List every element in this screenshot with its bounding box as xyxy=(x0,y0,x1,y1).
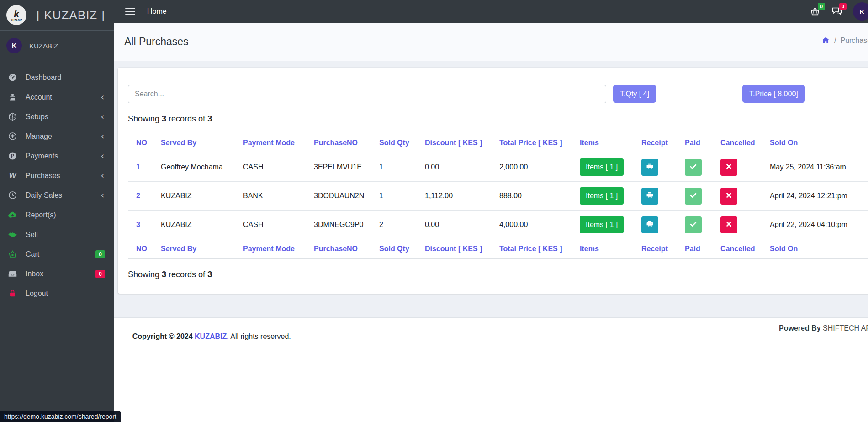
row-number: 2 xyxy=(136,192,140,200)
payment-mode-value: CASH xyxy=(243,221,263,228)
column-header-served-by: Served By xyxy=(153,239,235,259)
sidebar-item-report-s[interactable]: Report(s) xyxy=(0,205,114,225)
copyright-text: Copyright © 2024 xyxy=(132,332,195,340)
sidebar-item-label: Cart xyxy=(26,250,95,258)
sidebar-item-label: Account xyxy=(26,93,101,101)
column-header-payment-mode: Payment Mode xyxy=(235,133,306,153)
check-icon xyxy=(689,162,698,172)
sidebar-item-daily-sales[interactable]: Daily Sales‹ xyxy=(0,185,114,205)
paid-button[interactable] xyxy=(685,159,702,176)
chevron-left-icon: ‹ xyxy=(101,112,104,121)
cancelled-button[interactable] xyxy=(720,159,737,176)
sidebar-item-badge: 0 xyxy=(95,250,105,258)
sidebar-item-dashboard[interactable]: Dashboard xyxy=(0,68,114,87)
cancelled-button[interactable] xyxy=(720,188,737,205)
payment-mode-value: BANK xyxy=(243,192,263,200)
link-preview-statusbar: https://demo.kuzabiz.com/shared/report xyxy=(0,411,121,422)
column-header-sold-qty: Sold Qty xyxy=(371,133,417,153)
sold-on-value: May 25, 2024 11:36:am xyxy=(770,163,846,171)
payment-mode-value: CASH xyxy=(243,163,263,171)
breadcrumb: / Purchases xyxy=(821,36,868,45)
gauge-icon xyxy=(7,73,17,83)
sidebar-item-logout[interactable]: Logout xyxy=(0,284,114,303)
svg-text:W: W xyxy=(9,171,16,180)
column-header-payment-mode: Payment Mode xyxy=(235,239,306,259)
sidebar-item-inbox[interactable]: Inbox0 xyxy=(0,264,114,284)
sold-qty-value: 2 xyxy=(379,221,383,228)
total-price-button[interactable]: T.Price [ 8,000] xyxy=(742,85,805,103)
x-icon xyxy=(725,191,733,201)
table-body: 1Geoffrey MochamaCASH3EPELMVU1E10.002,00… xyxy=(128,153,868,239)
sidebar-item-label: Sell xyxy=(26,231,106,239)
purchase-no-value: 3EPELMVU1E xyxy=(314,163,362,171)
paid-button[interactable] xyxy=(685,188,702,205)
user-name: KUZABIZ xyxy=(29,42,58,50)
sidebar-item-cart[interactable]: Cart0 xyxy=(0,244,114,264)
records-summary-bottom: Showing 3 records of 3 xyxy=(128,270,868,280)
search-input[interactable] xyxy=(128,85,606,103)
sold-qty-value: 1 xyxy=(379,192,383,200)
sidebar-item-account[interactable]: Account‹ xyxy=(0,87,114,107)
check-icon xyxy=(689,220,698,230)
receipt-button[interactable] xyxy=(641,159,658,176)
receipt-button[interactable] xyxy=(641,188,658,205)
chevron-left-icon: ‹ xyxy=(101,171,104,180)
sidebar-item-badge: 0 xyxy=(95,270,105,278)
user-avatar[interactable]: K xyxy=(6,38,22,53)
brand-title: [ KUZABIZ ] xyxy=(37,8,105,22)
toolbar: T.Qty [ 4] T.Price [ 8,000] xyxy=(128,85,868,103)
sidebar-item-sell[interactable]: Sell xyxy=(0,225,114,244)
sidebar-item-payments[interactable]: PPayments‹ xyxy=(0,146,114,166)
navbar-avatar[interactable]: K xyxy=(853,2,868,21)
chevron-left-icon: ‹ xyxy=(101,152,104,160)
sold-on-value: April 22, 2024 04:10:pm xyxy=(770,221,847,228)
handshake-icon xyxy=(7,230,17,240)
records-summary-top: Showing 3 records of 3 xyxy=(128,114,868,124)
cloud-download-icon xyxy=(7,210,17,220)
chevron-left-icon: ‹ xyxy=(101,191,104,200)
chevron-left-icon: ‹ xyxy=(101,132,104,141)
rights-text: All rights reserved. xyxy=(229,332,291,340)
main-area: All Purchases / Purchases T.Qty [ 4] T.P… xyxy=(114,23,868,422)
hamburger-menu-icon[interactable] xyxy=(125,6,135,16)
receipt-button[interactable] xyxy=(641,216,658,233)
sidebar-item-purchases[interactable]: WPurchases‹ xyxy=(0,166,114,185)
discount-value: 0.00 xyxy=(425,163,439,171)
purchase-no-value: 3DODUAUN2N xyxy=(314,192,364,200)
sidebar-item-manage[interactable]: Manage‹ xyxy=(0,127,114,146)
items-button[interactable]: Items [ 1 ] xyxy=(580,187,624,205)
sidebar-item-label: Dashboard xyxy=(26,74,106,82)
column-header-served-by: Served By xyxy=(153,133,235,153)
w-icon: W xyxy=(7,171,17,181)
total-qty-button[interactable]: T.Qty [ 4] xyxy=(613,85,656,103)
column-header-paid: Paid xyxy=(677,133,712,153)
brand[interactable]: k KUZABIZ [ KUZABIZ ] xyxy=(0,0,114,31)
footer-brand-link[interactable]: KUZABIZ. xyxy=(195,332,229,340)
items-button[interactable]: Items [ 1 ] xyxy=(580,216,624,233)
row-number: 3 xyxy=(136,221,140,228)
column-header-purchaseno: PurchaseNO xyxy=(306,133,371,153)
home-icon[interactable] xyxy=(821,36,830,45)
items-button[interactable]: Items [ 1 ] xyxy=(580,158,624,176)
nav-home-link[interactable]: Home xyxy=(147,7,167,16)
p-circle-icon: P xyxy=(7,151,17,161)
basket-icon xyxy=(7,249,17,259)
sidebar-item-label: Manage xyxy=(26,132,101,141)
column-header-receipt: Receipt xyxy=(633,133,677,153)
sold-on-value: April 24, 2024 12:21:pm xyxy=(770,192,847,200)
cancelled-button[interactable] xyxy=(720,216,737,233)
sidebar-item-setups[interactable]: Setups‹ xyxy=(0,107,114,127)
brand-logo-icon: k KUZABIZ xyxy=(6,5,26,25)
column-header-items: Items xyxy=(572,239,633,259)
svg-text:P: P xyxy=(11,153,14,158)
total-price-value: 2,000.00 xyxy=(499,163,528,171)
powered-by: Powered By SHIFTECH AFRICA xyxy=(779,324,868,332)
paid-button[interactable] xyxy=(685,216,702,233)
column-header-sold-on: Sold On xyxy=(762,239,868,259)
content: T.Qty [ 4] T.Price [ 8,000] Showing 3 re… xyxy=(114,61,868,317)
x-icon xyxy=(725,162,733,172)
sidebar-item-label: Purchases xyxy=(26,172,101,180)
sidebar-item-label: Setups xyxy=(26,113,101,121)
purchases-table: NOServed ByPayment ModePurchaseNOSold Qt… xyxy=(128,133,868,259)
printer-icon xyxy=(646,191,654,201)
